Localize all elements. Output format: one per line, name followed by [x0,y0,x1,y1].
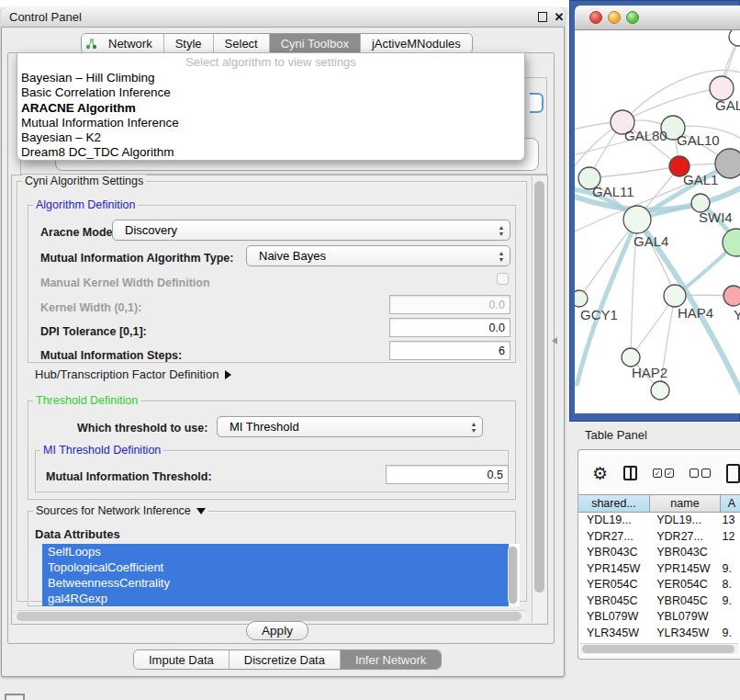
table-cell: YBR045C [578,593,648,610]
network-node-label: GAL4 [633,233,668,249]
hub-definition-expander[interactable]: Hub/Transcription Factor Definition [35,367,231,381]
aracne-mode-value: Discovery [113,223,493,237]
attribute-list-item[interactable]: BetweennessCentrality [42,575,509,591]
table-row[interactable]: YBR045CYBR045C9. [578,593,740,610]
network-node-label: HAP4 [678,305,713,321]
table-cell: 9. [718,593,740,610]
table-horizontal-scrollbar[interactable] [580,643,738,654]
table-header: shared...nameA [578,494,740,513]
network-node[interactable] [715,149,740,178]
tab-label: Select [218,37,265,51]
sources-group-title[interactable]: Sources for Network Inference [33,504,208,517]
kernel-width-field[interactable]: 0.0 [389,295,510,314]
attributes-list-scrollbar[interactable] [508,546,518,604]
mi-type-label: Mutual Information Algorithm Type: [40,252,233,265]
column-header-1[interactable]: shared... [578,494,650,513]
column-header-3[interactable]: A [721,494,740,513]
network-node-hap4[interactable] [664,285,686,307]
minimize-traffic-light-icon[interactable] [608,11,621,24]
dropdown-item[interactable]: Dream8 DC_TDC Algorithm [17,145,524,160]
columns-icon[interactable] [623,466,637,480]
checkbox-empty-icon [701,469,711,478]
tab-style[interactable]: Style [164,34,214,53]
network-node-hap2[interactable] [622,348,640,367]
zoom-traffic-light-icon[interactable] [626,11,639,24]
network-canvas[interactable]: GALGAL80GAL10GAL1GAL11SWI4GAL4GCY1HAP4YH… [575,30,740,413]
table-panel-title: Table Panel [585,428,647,442]
tab-infer-network[interactable]: Infer Network [341,650,441,669]
network-node-label: GAL11 [592,184,634,199]
table-cell: YPR145W [578,561,648,578]
table-cell: 13 [718,513,740,529]
network-node-label: Y [734,307,740,322]
table-cell: YDL19... [578,513,648,529]
network-node[interactable] [651,381,669,400]
tab-impute-data[interactable]: Impute Data [134,650,230,669]
float-window-icon[interactable] [538,12,547,22]
algorithm-combobox-focus-ring[interactable] [530,93,544,113]
network-view-titlebar[interactable] [575,6,740,30]
dropdown-item[interactable]: ARACNE Algorithm [17,101,524,116]
attribute-list-item[interactable]: TopologicalCoefficient [42,559,509,575]
dropdown-item[interactable]: Bayesian – K2 [17,130,524,145]
algorithm-dropdown-popup: Select algorithm to view settings Bayesi… [17,52,525,161]
which-threshold-value: MI Threshold [218,420,465,434]
table-row[interactable]: YDL19...YDL19...13 [578,513,740,529]
table-cell: 9. [718,626,740,642]
gear-icon[interactable]: ⚙ [592,464,608,482]
network-node-label: GCY1 [580,307,618,322]
tab-network[interactable]: Network [82,34,164,53]
network-node-label: GAL10 [677,132,720,148]
checked-columns-icon[interactable]: ✓✓ [653,469,674,478]
table-row[interactable]: YLR345WYLR345W9. [578,626,740,642]
close-icon[interactable]: ✕ [553,10,566,24]
network-node-gal4[interactable] [623,206,651,233]
dropdown-item[interactable]: Basic Correlation Inference [17,85,524,100]
settings-vertical-scrollbar[interactable] [532,176,546,623]
dropdown-item[interactable]: Bayesian – Hill Climbing [17,71,524,85]
attribute-list-item[interactable]: SelfLoops [42,544,509,559]
network-node-gcy1[interactable] [575,290,588,307]
mi-steps-field[interactable]: 6 [389,341,510,360]
table-cell: 12 [718,529,740,546]
apply-button[interactable]: Apply [246,621,308,640]
table-cell: YBR045C [648,593,717,610]
network-node-y[interactable] [723,286,740,306]
table-row[interactable]: YDR27...YDR27...12 [578,529,740,546]
dpi-tolerance-field[interactable]: 0.0 [389,318,510,337]
tab-label: Cyni Toolbox [274,37,356,51]
tab-jactivemnodules[interactable]: jActiveMNodules [361,34,472,53]
tab-select[interactable]: Select [214,34,270,53]
combo-arrows-icon: ▲▼ [465,421,482,434]
combo-arrows-icon: ▲▼ [493,224,510,237]
mi-threshold-field[interactable]: 0.5 [386,465,509,484]
split-pane-collapse-icon[interactable] [552,337,557,344]
kernel-width-label: Kernel Width (0,1): [40,301,141,314]
unchecked-columns-icon[interactable] [690,469,711,478]
tab-label: jActiveMNodules [364,37,468,51]
table-row[interactable]: YBR043CYBR043C [578,545,740,561]
network-node[interactable] [729,30,740,46]
aracne-mode-combobox[interactable]: Discovery ▲▼ [112,220,510,241]
tab-cyni-toolbox[interactable]: Cyni Toolbox [270,34,361,53]
mi-type-combobox[interactable]: Naive Bayes ▲▼ [246,245,510,266]
table-row[interactable]: YBL079WYBL079W [578,609,740,626]
combo-arrows-icon: ▲▼ [493,250,510,263]
dropdown-item[interactable]: Mutual Information Inference [17,116,524,130]
minimized-panel-icon[interactable] [5,694,25,700]
which-threshold-combobox[interactable]: MI Threshold ▲▼ [217,416,483,437]
attribute-list-item[interactable]: gal4RGexp [42,591,509,606]
manual-kernel-label: Manual Kernel Width Definition [40,277,210,289]
table-row[interactable]: YER054CYER054C8. [578,577,740,593]
table-cell: YBR043C [648,545,717,561]
table-row[interactable]: YPR145WYPR145W9. [578,561,740,578]
page-icon[interactable] [726,464,740,483]
table-cell: YLR345W [578,626,648,642]
network-edge[interactable] [589,166,679,178]
manual-kernel-checkbox[interactable] [497,273,509,285]
checkbox-checked-icon: ✓ [653,469,662,478]
table-rows: YDL19...YDL19...13YDR27...YDR27...12YBR0… [578,513,740,644]
tab-discretize-data[interactable]: Discretize Data [230,650,341,669]
column-header-2[interactable]: name [650,494,721,513]
close-traffic-light-icon[interactable] [589,11,602,24]
